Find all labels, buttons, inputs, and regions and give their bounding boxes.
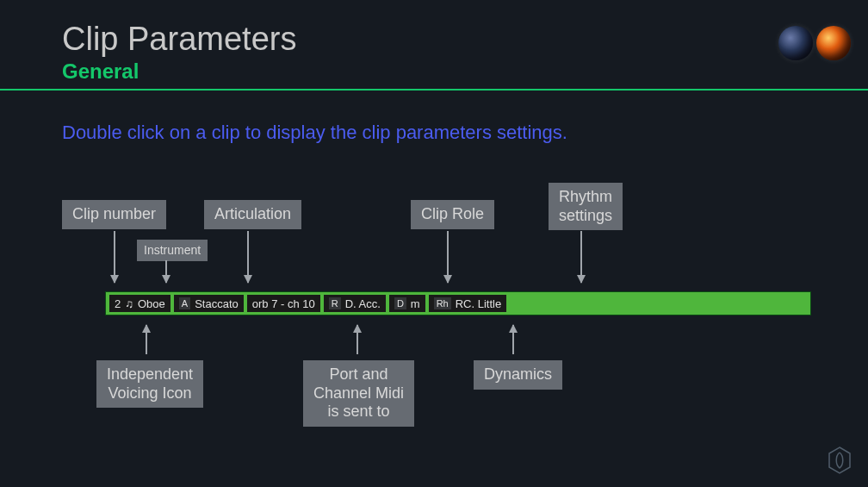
arrow-rhythm — [580, 231, 582, 283]
clip-rhythm-value: RC. Little — [456, 297, 501, 310]
clip-instrument-value: Oboe — [138, 297, 165, 310]
clip-articulation-value: Staccato — [195, 297, 239, 310]
arrow-port — [356, 325, 358, 354]
page-title: Clip Parameters — [62, 21, 868, 58]
arrow-instrument — [165, 260, 167, 283]
label-articulation: Articulation — [204, 200, 301, 229]
label-clip-number: Clip number — [62, 200, 166, 229]
arrow-dynamics — [512, 325, 514, 354]
app-logo-icon — [827, 446, 852, 475]
clip-role-value: D. Acc. — [345, 297, 381, 310]
clip-port-value: orb 7 - ch 10 — [252, 297, 315, 310]
label-independent-voicing: Independent Voicing Icon — [96, 360, 203, 408]
articulation-badge: A — [179, 297, 190, 309]
arrow-voicing — [146, 325, 147, 354]
logo-orbs — [778, 26, 851, 60]
arrow-clip-number — [114, 231, 115, 283]
label-rhythm-settings: Rhythm settings — [549, 183, 623, 230]
arrow-articulation — [247, 231, 249, 283]
orb-blue-icon — [778, 26, 813, 60]
clip-number-segment[interactable]: 2 ♫ Oboe — [109, 295, 170, 312]
orb-red-icon — [816, 26, 851, 60]
arrow-clip-role — [447, 231, 449, 283]
role-badge: R — [329, 297, 341, 309]
label-dynamics: Dynamics — [474, 360, 562, 390]
label-clip-role: Clip Role — [411, 200, 494, 229]
clip-bar[interactable]: 2 ♫ Oboe A Staccato orb 7 - ch 10 R D. A… — [105, 291, 811, 315]
clip-dynamics-value: m — [411, 297, 420, 310]
clip-number-value: 2 — [115, 297, 121, 310]
label-instrument: Instrument — [137, 240, 208, 261]
clip-port-segment[interactable]: orb 7 - ch 10 — [247, 295, 320, 312]
clip-dynamics-segment[interactable]: D m — [389, 295, 425, 312]
label-port-channel: Port and Channel Midi is sent to — [303, 360, 414, 427]
page-subtitle: General — [62, 59, 868, 84]
clip-role-segment[interactable]: R D. Acc. — [324, 295, 386, 312]
dynamics-badge: D — [394, 297, 406, 309]
rhythm-badge: Rh — [434, 297, 451, 309]
clip-articulation-segment[interactable]: A Staccato — [174, 295, 244, 312]
voicing-icon: ♫ — [125, 297, 133, 310]
diagram-area: Clip number Instrument Articulation Clip… — [62, 181, 820, 440]
instruction-text: Double click on a clip to display the cl… — [0, 91, 868, 144]
clip-rhythm-segment[interactable]: Rh RC. Little — [429, 295, 507, 312]
